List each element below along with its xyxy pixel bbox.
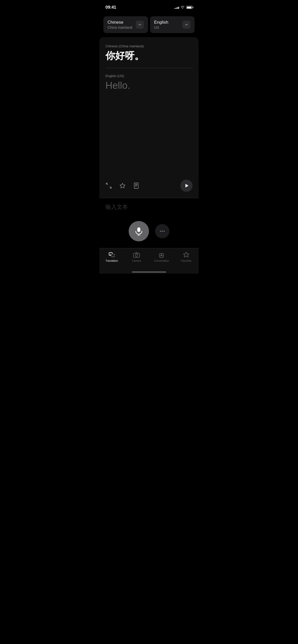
battery-icon: [186, 6, 193, 9]
target-lang-label: English (US): [105, 74, 193, 78]
svg-point-13: [164, 231, 165, 232]
svg-marker-24: [183, 252, 189, 257]
camera-tab-label: Camera: [132, 259, 141, 262]
source-language-button[interactable]: Chinese China mainland: [103, 16, 148, 33]
status-bar: 09:41: [99, 0, 199, 14]
target-language-chevron[interactable]: [182, 21, 191, 29]
microphone-button[interactable]: [129, 221, 149, 241]
svg-marker-2: [120, 183, 125, 188]
language-selector: Chinese China mainland English US: [99, 14, 199, 37]
source-language-chevron[interactable]: [136, 21, 144, 29]
source-text: 你好呀。: [105, 50, 193, 62]
translation-tab-icon: A 文: [108, 251, 115, 258]
home-indicator-bar: [132, 271, 166, 273]
svg-text:文: 文: [112, 255, 114, 257]
source-language-name: Chinese: [107, 20, 136, 25]
source-lang-label: Chinese (China mainland): [105, 44, 193, 48]
target-language-button[interactable]: English US: [150, 16, 195, 33]
translation-divider: [105, 68, 193, 68]
signal-bars-icon: [174, 6, 179, 9]
svg-point-12: [162, 231, 163, 232]
target-language-name: English: [154, 20, 182, 25]
svg-rect-8: [137, 227, 140, 232]
svg-point-23: [159, 256, 164, 258]
microphone-icon: [134, 227, 143, 236]
favorite-button[interactable]: [119, 182, 126, 189]
translation-area: Chinese (China mainland) 你好呀。 English (U…: [99, 37, 199, 174]
favorites-tab-icon: [183, 251, 190, 258]
phrasebook-button[interactable]: [133, 182, 140, 189]
status-time: 09:41: [105, 5, 116, 10]
svg-rect-3: [134, 183, 138, 188]
translation-tab-label: Translation: [105, 259, 118, 262]
tab-conversation[interactable]: Conversation: [149, 251, 174, 262]
conversation-tab-icon: [158, 251, 165, 258]
tab-bar: A 文 Translation Camera: [99, 248, 199, 269]
target-language-region: US: [154, 25, 182, 30]
camera-tab-icon: [133, 251, 140, 258]
wifi-icon: [181, 6, 185, 9]
tab-translation[interactable]: A 文 Translation: [99, 251, 124, 262]
svg-point-19: [136, 254, 138, 257]
main-content: Chinese (China mainland) 你好呀。 English (U…: [99, 37, 199, 274]
input-controls: [105, 221, 193, 244]
text-input-placeholder[interactable]: 输入文本: [105, 203, 193, 211]
expand-button[interactable]: [105, 182, 112, 189]
svg-point-20: [138, 254, 139, 255]
svg-marker-7: [185, 184, 188, 187]
favorites-tab-label: Favorites: [181, 259, 192, 262]
more-options-button[interactable]: [155, 224, 169, 238]
status-icons: [174, 6, 193, 9]
svg-point-11: [160, 231, 161, 232]
input-area[interactable]: 输入文本: [99, 198, 199, 248]
source-language-region: China mainland: [107, 25, 136, 30]
action-bar: [99, 174, 199, 198]
home-indicator: [99, 269, 199, 274]
play-button[interactable]: [180, 180, 193, 192]
svg-rect-18: [133, 253, 140, 257]
svg-text:A: A: [110, 253, 111, 256]
more-icon: [159, 228, 165, 234]
conversation-tab-label: Conversation: [154, 259, 169, 262]
tab-favorites[interactable]: Favorites: [174, 251, 199, 262]
tab-camera[interactable]: Camera: [124, 251, 149, 262]
target-text: Hello.: [105, 80, 193, 92]
